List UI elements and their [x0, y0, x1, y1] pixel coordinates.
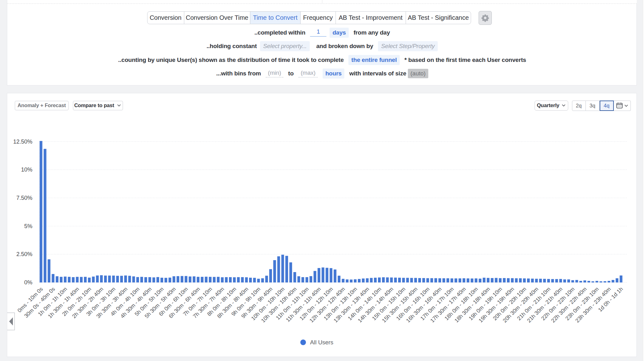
- svg-text:5%: 5%: [24, 223, 32, 229]
- svg-text:12.50%: 12.50%: [13, 139, 32, 145]
- svg-text:2.50%: 2.50%: [16, 251, 32, 257]
- svg-text:10%: 10%: [21, 167, 32, 173]
- svg-text:All Users: All Users: [310, 339, 333, 346]
- svg-text:7.50%: 7.50%: [16, 195, 32, 201]
- svg-text:0%: 0%: [24, 279, 32, 286]
